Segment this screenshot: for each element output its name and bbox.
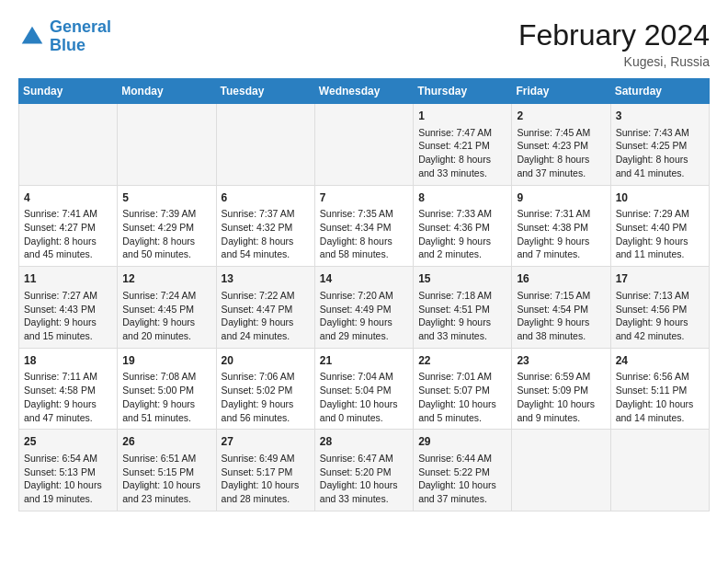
day-number: 28 — [320, 434, 408, 450]
day-content-line: and 33 minutes. — [418, 167, 506, 180]
day-content-line: Daylight: 9 hours — [616, 316, 704, 329]
day-content-line: and 45 minutes. — [24, 247, 112, 261]
day-content-line: Daylight: 8 hours — [517, 153, 605, 167]
day-cell: 15Sunrise: 7:18 AMSunset: 4:51 PMDayligh… — [414, 267, 512, 349]
location: Kugesi, Russia — [518, 54, 710, 69]
day-number: 23 — [517, 353, 605, 369]
day-content-line: Sunrise: 6:44 AM — [418, 452, 506, 465]
day-content-line: Sunset: 4:49 PM — [320, 303, 408, 316]
day-number: 11 — [24, 271, 112, 287]
day-content-line: Daylight: 10 hours — [418, 397, 506, 411]
day-cell: 8Sunrise: 7:33 AMSunset: 4:36 PMDaylight… — [414, 185, 512, 267]
svg-marker-0 — [22, 27, 43, 44]
week-row-4: 18Sunrise: 7:11 AMSunset: 4:58 PMDayligh… — [19, 348, 710, 430]
day-cell: 17Sunrise: 7:13 AMSunset: 4:56 PMDayligh… — [610, 267, 709, 349]
day-content-line: Daylight: 9 hours — [122, 316, 210, 329]
day-number: 6 — [222, 190, 310, 206]
day-content-line: Sunset: 5:20 PM — [320, 465, 408, 479]
day-content-line: Sunrise: 7:43 AM — [616, 126, 704, 140]
day-content-line: Daylight: 10 hours — [320, 478, 408, 492]
day-content-line: Daylight: 10 hours — [320, 397, 408, 411]
day-content-line: Sunrise: 7:22 AM — [222, 289, 310, 303]
day-content-line: Daylight: 9 hours — [517, 316, 605, 329]
day-content-line: Sunset: 4:23 PM — [517, 139, 605, 153]
day-content-line: Daylight: 9 hours — [320, 316, 408, 329]
day-number: 10 — [616, 190, 704, 206]
day-content-line: and 28 minutes. — [222, 492, 310, 506]
day-number: 12 — [122, 271, 210, 287]
day-number: 8 — [418, 190, 506, 206]
day-cell: 11Sunrise: 7:27 AMSunset: 4:43 PMDayligh… — [19, 267, 118, 349]
day-content-line: Sunset: 4:47 PM — [222, 303, 310, 316]
day-cell: 25Sunrise: 6:54 AMSunset: 5:13 PMDayligh… — [19, 430, 118, 511]
col-header-sunday: Sunday — [19, 79, 118, 104]
day-cell: 26Sunrise: 6:51 AMSunset: 5:15 PMDayligh… — [118, 430, 216, 511]
day-content-line: Sunset: 5:09 PM — [517, 384, 605, 397]
day-content-line: and 33 minutes. — [320, 492, 408, 506]
day-content-line: Sunrise: 7:06 AM — [222, 370, 310, 384]
day-cell: 22Sunrise: 7:01 AMSunset: 5:07 PMDayligh… — [414, 348, 512, 430]
day-number: 21 — [320, 353, 408, 369]
day-cell — [610, 430, 709, 511]
day-content-line: Daylight: 9 hours — [418, 316, 506, 329]
day-content-line: Daylight: 9 hours — [222, 397, 310, 411]
day-content-line: and 19 minutes. — [24, 492, 112, 506]
day-cell: 2Sunrise: 7:45 AMSunset: 4:23 PMDaylight… — [512, 104, 610, 186]
day-content-line: and 37 minutes. — [418, 492, 506, 506]
day-number: 25 — [24, 434, 112, 450]
calendar-table: SundayMondayTuesdayWednesdayThursdayFrid… — [18, 78, 710, 511]
day-content-line: Sunrise: 6:56 AM — [616, 370, 704, 384]
day-cell: 12Sunrise: 7:24 AMSunset: 4:45 PMDayligh… — [118, 267, 216, 349]
col-header-thursday: Thursday — [414, 79, 512, 104]
day-number: 14 — [320, 271, 408, 287]
day-content-line: Daylight: 10 hours — [418, 478, 506, 492]
day-content-line: Sunset: 4:51 PM — [418, 303, 506, 316]
day-content-line: Sunset: 4:45 PM — [122, 303, 210, 316]
day-cell: 6Sunrise: 7:37 AMSunset: 4:32 PMDaylight… — [216, 185, 314, 267]
day-content-line: Sunset: 4:43 PM — [24, 303, 112, 316]
day-content-line: and 54 minutes. — [222, 247, 310, 261]
day-content-line: Sunset: 4:34 PM — [320, 221, 408, 235]
week-row-3: 11Sunrise: 7:27 AMSunset: 4:43 PMDayligh… — [19, 267, 710, 349]
day-cell — [216, 104, 314, 186]
day-content-line: Daylight: 8 hours — [122, 235, 210, 248]
day-number: 1 — [418, 109, 506, 124]
day-cell: 7Sunrise: 7:35 AMSunset: 4:34 PMDaylight… — [314, 185, 413, 267]
day-content-line: Sunrise: 7:20 AM — [320, 289, 408, 303]
day-content-line: Sunrise: 7:11 AM — [24, 370, 112, 384]
day-content-line: and 41 minutes. — [616, 167, 704, 180]
day-number: 7 — [320, 190, 408, 206]
day-content-line: and 7 minutes. — [517, 247, 605, 261]
day-content-line: and 14 minutes. — [616, 411, 704, 425]
day-number: 19 — [122, 353, 210, 369]
day-content-line: Sunset: 5:07 PM — [418, 384, 506, 397]
day-content-line: and 33 minutes. — [418, 329, 506, 343]
day-content-line: and 50 minutes. — [122, 247, 210, 261]
day-content-line: Sunset: 5:11 PM — [616, 384, 704, 397]
day-content-line: Daylight: 8 hours — [222, 235, 310, 248]
day-content-line: and 38 minutes. — [517, 329, 605, 343]
col-header-monday: Monday — [118, 79, 216, 104]
day-number: 22 — [418, 353, 506, 369]
day-content-line: Sunrise: 6:51 AM — [122, 452, 210, 465]
day-content-line: Sunset: 4:56 PM — [616, 303, 704, 316]
day-number: 13 — [222, 271, 310, 287]
day-content-line: Sunrise: 7:08 AM — [122, 370, 210, 384]
day-content-line: Daylight: 10 hours — [24, 478, 112, 492]
day-cell: 4Sunrise: 7:41 AMSunset: 4:27 PMDaylight… — [19, 185, 118, 267]
day-content-line: Sunrise: 7:41 AM — [24, 207, 112, 221]
col-header-saturday: Saturday — [610, 79, 709, 104]
logo-text: General Blue — [50, 18, 111, 55]
day-number: 20 — [222, 353, 310, 369]
calendar-header-row: SundayMondayTuesdayWednesdayThursdayFrid… — [19, 79, 710, 104]
day-content-line: Sunrise: 6:59 AM — [517, 370, 605, 384]
day-content-line: Sunset: 5:13 PM — [24, 465, 112, 479]
day-content-line: Sunrise: 7:24 AM — [122, 289, 210, 303]
day-content-line: and 11 minutes. — [616, 247, 704, 261]
day-content-line: and 58 minutes. — [320, 247, 408, 261]
day-content-line: Sunrise: 7:45 AM — [517, 126, 605, 140]
day-content-line: Sunset: 4:40 PM — [616, 221, 704, 235]
day-content-line: Sunset: 4:21 PM — [418, 139, 506, 153]
day-content-line: Sunrise: 6:54 AM — [24, 452, 112, 465]
logo-icon — [18, 23, 46, 51]
